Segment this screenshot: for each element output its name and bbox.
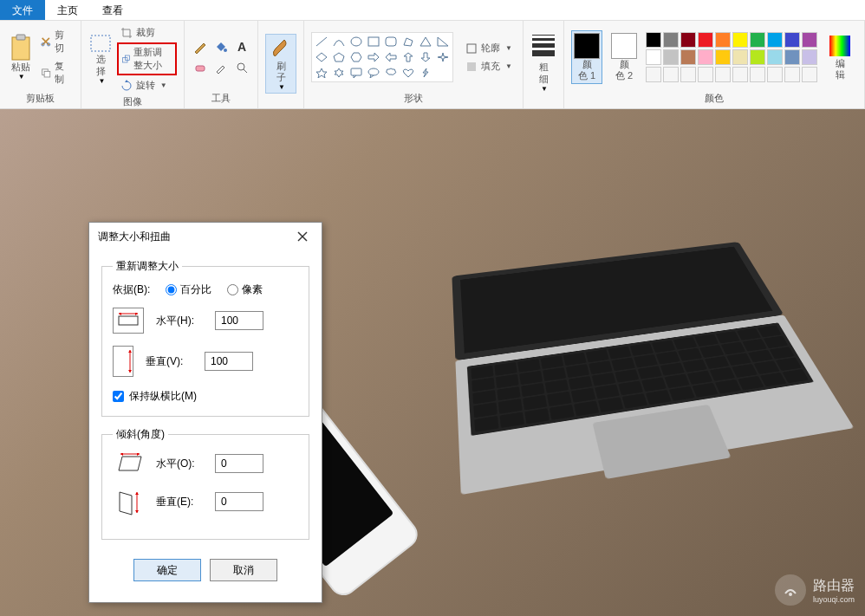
curve-shape-icon[interactable] bbox=[331, 35, 347, 49]
star6-shape-icon[interactable] bbox=[331, 66, 347, 80]
rtriangle-shape-icon[interactable] bbox=[435, 35, 451, 49]
color-swatch[interactable] bbox=[732, 49, 748, 65]
triangle-shape-icon[interactable] bbox=[418, 35, 433, 49]
color-swatch[interactable] bbox=[802, 67, 817, 82]
picker-tool-icon[interactable] bbox=[212, 59, 230, 76]
color-swatch[interactable] bbox=[698, 49, 713, 65]
copy-button[interactable]: 复制 bbox=[37, 58, 74, 88]
color-swatch[interactable] bbox=[767, 32, 783, 48]
crop-button[interactable]: 裁剪 bbox=[117, 24, 177, 41]
horizontal-input[interactable] bbox=[215, 311, 263, 330]
color-swatch[interactable] bbox=[680, 67, 696, 82]
color-swatch[interactable] bbox=[732, 32, 748, 48]
color-swatch[interactable] bbox=[802, 49, 817, 65]
color-swatch[interactable] bbox=[680, 49, 696, 65]
color-swatch[interactable] bbox=[646, 67, 661, 82]
watermark-sub: luyouqi.com bbox=[813, 595, 855, 604]
colors-group-label: 颜色 bbox=[705, 92, 724, 105]
dialog-titlebar[interactable]: 调整大小和扭曲 bbox=[89, 223, 322, 250]
zoom-tool-icon[interactable] bbox=[233, 59, 250, 76]
group-clipboard: 粘贴 ▼ 剪切 复制 剪贴板 bbox=[0, 21, 81, 108]
hexagon-shape-icon[interactable] bbox=[348, 50, 364, 64]
heart-shape-icon[interactable] bbox=[400, 66, 416, 80]
color-swatch[interactable] bbox=[663, 32, 679, 48]
eraser-tool-icon[interactable] bbox=[192, 59, 209, 76]
color-swatch[interactable] bbox=[663, 67, 679, 82]
shapes-gallery[interactable] bbox=[311, 32, 453, 82]
arrow-up-shape-icon[interactable] bbox=[400, 50, 416, 64]
text-tool-icon[interactable]: A bbox=[233, 38, 250, 55]
tab-home[interactable]: 主页 bbox=[45, 0, 90, 20]
svg-point-18 bbox=[368, 68, 379, 75]
callout-cloud-shape-icon[interactable] bbox=[383, 66, 399, 80]
edit-colors-button[interactable]: 编 辑 bbox=[828, 34, 852, 81]
color-swatch[interactable] bbox=[646, 49, 661, 65]
color2-button[interactable]: 颜 色 2 bbox=[611, 33, 637, 81]
color-swatch[interactable] bbox=[663, 49, 679, 65]
skew-v-input[interactable] bbox=[215, 492, 263, 511]
oval-shape-icon[interactable] bbox=[348, 35, 364, 49]
arrow-down-shape-icon[interactable] bbox=[418, 50, 433, 64]
color-swatch[interactable] bbox=[750, 32, 765, 48]
callout-round-shape-icon[interactable] bbox=[366, 66, 381, 80]
size-button[interactable]: 粗 细 ▼ bbox=[530, 35, 556, 92]
color-swatch[interactable] bbox=[698, 67, 713, 82]
rect-shape-icon[interactable] bbox=[366, 35, 381, 49]
pentagon-shape-icon[interactable] bbox=[331, 50, 347, 64]
group-size: 粗 细 ▼ bbox=[524, 21, 564, 108]
pixels-radio[interactable] bbox=[227, 284, 238, 295]
vertical-input[interactable] bbox=[205, 352, 253, 371]
color-swatch[interactable] bbox=[698, 32, 713, 48]
color-swatch[interactable] bbox=[784, 67, 800, 82]
color-swatch[interactable] bbox=[732, 67, 748, 82]
color-swatch[interactable] bbox=[750, 67, 765, 82]
resize-button[interactable]: 重新调整大小 bbox=[117, 42, 177, 75]
edit-colors-label: 编 辑 bbox=[836, 58, 845, 81]
polygon-shape-icon[interactable] bbox=[400, 35, 416, 49]
color-swatch[interactable] bbox=[750, 49, 765, 65]
aspect-checkbox[interactable] bbox=[113, 391, 124, 402]
line-shape-icon[interactable] bbox=[314, 35, 329, 49]
cut-button[interactable]: 剪切 bbox=[37, 27, 74, 56]
color-swatch[interactable] bbox=[715, 32, 731, 48]
rotate-button[interactable]: 旋转 ▼ bbox=[117, 77, 177, 94]
percent-radio-label[interactable]: 百分比 bbox=[166, 282, 211, 297]
color-swatch[interactable] bbox=[767, 67, 783, 82]
tab-file[interactable]: 文件 bbox=[0, 0, 45, 20]
diamond-shape-icon[interactable] bbox=[314, 50, 329, 64]
pixels-radio-label[interactable]: 像素 bbox=[227, 282, 263, 297]
color-palette[interactable] bbox=[646, 32, 817, 82]
color-swatch[interactable] bbox=[680, 32, 696, 48]
fill-tool-icon[interactable] bbox=[212, 38, 230, 55]
color-swatch[interactable] bbox=[715, 49, 731, 65]
outline-button[interactable]: 轮廓 ▼ bbox=[462, 40, 516, 56]
callout-rect-shape-icon[interactable] bbox=[348, 66, 364, 80]
color-swatch[interactable] bbox=[802, 32, 817, 48]
paste-button[interactable]: 粘贴 ▼ bbox=[7, 34, 34, 81]
color1-button[interactable]: 颜 色 1 bbox=[571, 30, 602, 84]
ok-button[interactable]: 确定 bbox=[133, 559, 201, 581]
pencil-tool-icon[interactable] bbox=[192, 38, 209, 55]
chevron-down-icon: ▼ bbox=[505, 44, 512, 52]
close-button[interactable] bbox=[292, 228, 313, 245]
color-swatch[interactable] bbox=[784, 49, 800, 65]
color-swatch[interactable] bbox=[715, 67, 731, 82]
skew-h-input[interactable] bbox=[215, 454, 263, 473]
group-colors: 颜 色 1 颜 色 2 编 辑 颜色 bbox=[564, 21, 865, 108]
color-swatch[interactable] bbox=[767, 49, 783, 65]
star5-shape-icon[interactable] bbox=[314, 66, 329, 80]
color-swatch[interactable] bbox=[784, 32, 800, 48]
fill-button[interactable]: 填充 ▼ bbox=[462, 58, 516, 75]
color-swatch[interactable] bbox=[646, 32, 661, 48]
brush-button[interactable]: 刷 子 ▼ bbox=[265, 34, 296, 94]
select-button[interactable]: 选 择 ▼ bbox=[88, 33, 114, 84]
arrow-left-shape-icon[interactable] bbox=[383, 50, 399, 64]
canvas[interactable]: 路由器 luyouqi.com 调整大小和扭曲 重新调整大小 依据(B): 百分… bbox=[0, 109, 865, 616]
arrow-right-shape-icon[interactable] bbox=[366, 50, 381, 64]
star4-shape-icon[interactable] bbox=[435, 50, 451, 64]
tab-view[interactable]: 查看 bbox=[90, 0, 135, 20]
cancel-button[interactable]: 取消 bbox=[210, 559, 277, 581]
lightning-shape-icon[interactable] bbox=[418, 66, 433, 80]
roundrect-shape-icon[interactable] bbox=[383, 35, 399, 49]
percent-radio[interactable] bbox=[166, 284, 177, 295]
